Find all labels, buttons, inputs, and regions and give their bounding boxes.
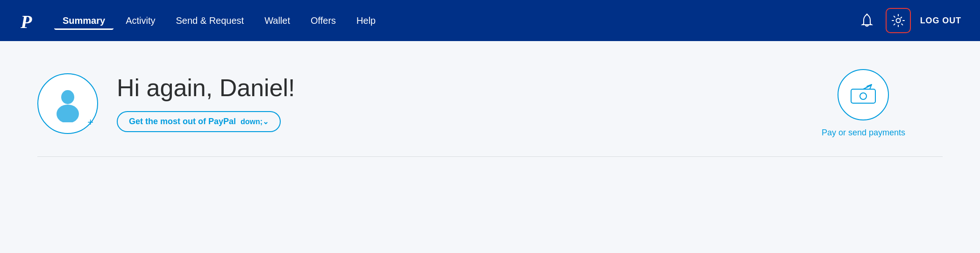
chevron-down-icon: down;⌄ [241, 117, 269, 126]
nav-summary[interactable]: Summary [54, 12, 114, 30]
greeting-title: Hi again, Daniel! [117, 75, 295, 101]
nav-help[interactable]: Help [348, 12, 384, 30]
content-divider [37, 156, 943, 157]
navbar: P Summary Activity Send & Request Wallet… [0, 0, 980, 41]
get-most-button[interactable]: Get the most out of PayPal down;⌄ [117, 111, 281, 132]
pay-send-button[interactable] [838, 69, 889, 120]
avatar-section: + [37, 73, 98, 134]
svg-point-3 [61, 90, 74, 104]
greeting-section: Hi again, Daniel! Get the most out of Pa… [117, 75, 295, 132]
nav-offers[interactable]: Offers [302, 12, 344, 30]
svg-rect-5 [851, 89, 875, 103]
nav-activity[interactable]: Activity [117, 12, 163, 30]
avatar-icon [49, 85, 86, 122]
get-most-label: Get the most out of PayPal [129, 117, 236, 126]
settings-button[interactable] [888, 11, 908, 30]
pay-send-section: Pay or send payments [822, 69, 943, 138]
pay-send-icon [849, 84, 877, 106]
notifications-button[interactable] [858, 11, 876, 30]
main-content: + Hi again, Daniel! Get the most out of … [0, 41, 980, 253]
svg-point-1 [866, 14, 867, 15]
pay-send-label: Pay or send payments [822, 128, 905, 138]
settings-highlight-box [886, 8, 911, 33]
paypal-logo[interactable]: P [19, 10, 39, 31]
svg-point-6 [860, 93, 866, 99]
nav-right-actions: LOG OUT [858, 8, 961, 33]
svg-point-4 [57, 105, 79, 122]
svg-point-2 [896, 19, 900, 23]
hero-row: + Hi again, Daniel! Get the most out of … [37, 69, 943, 138]
nav-wallet[interactable]: Wallet [256, 12, 298, 30]
nav-links: Summary Activity Send & Request Wallet O… [54, 12, 858, 30]
logout-button[interactable]: LOG OUT [920, 16, 961, 26]
avatar-add-icon: + [87, 117, 93, 127]
svg-text:P: P [20, 11, 32, 31]
nav-send-request[interactable]: Send & Request [168, 12, 253, 30]
avatar-circle[interactable]: + [37, 73, 98, 134]
